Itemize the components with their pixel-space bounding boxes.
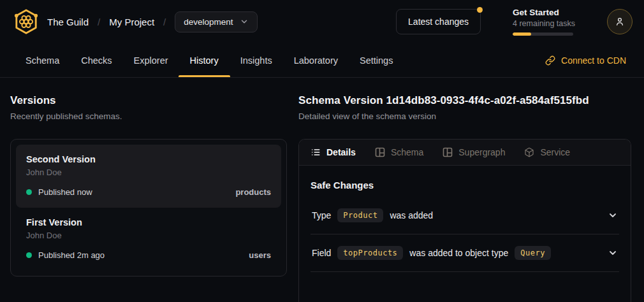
- get-started-subtitle: 4 remaining tasks: [513, 19, 575, 28]
- version-detail-panel: Schema Version 1d14db83-0933-4f4c-a02f-a…: [298, 94, 631, 302]
- change-row[interactable]: Type Product was added: [311, 197, 619, 234]
- brand: The Guild / My Project / development: [14, 8, 258, 35]
- tab-insights[interactable]: Insights: [240, 43, 272, 77]
- tab-checks[interactable]: Checks: [81, 43, 112, 77]
- user-avatar[interactable]: [607, 9, 633, 34]
- change-code: topProducts: [337, 246, 403, 260]
- change-text: was added: [390, 210, 433, 220]
- change-row[interactable]: Field topProducts was added to object ty…: [311, 234, 619, 272]
- version-published: Published now: [26, 187, 92, 197]
- version-meta-row: Published now products: [26, 187, 271, 197]
- service-name: users: [249, 250, 271, 260]
- published-status-dot: [26, 252, 32, 258]
- published-label: Published now: [38, 187, 92, 197]
- project-nav: Schema Checks Explorer History Insights …: [0, 43, 644, 78]
- detail-tabs: Details Schema: [299, 140, 631, 166]
- version-published: Published 2m ago: [26, 250, 105, 260]
- versions-panel: Versions Recently published schemas. Sec…: [10, 94, 287, 302]
- get-started-title: Get Started: [513, 8, 575, 17]
- chevron-down-icon: [240, 17, 249, 26]
- version-author: John Doe: [26, 168, 271, 177]
- detail-title: Schema Version 1d14db83-0933-4f4c-a02f-a…: [298, 94, 631, 107]
- main-content: Versions Recently published schemas. Sec…: [0, 78, 644, 302]
- published-label: Published 2m ago: [38, 250, 105, 260]
- versions-subtitle: Recently published schemas.: [10, 111, 287, 121]
- breadcrumb-separator: /: [98, 17, 100, 27]
- version-detail-box: Details Schema: [298, 139, 631, 302]
- link-icon: [545, 55, 555, 66]
- chevron-down-icon[interactable]: [608, 210, 618, 220]
- detail-subtitle: Detailed view of the schema version: [298, 111, 631, 121]
- published-status-dot: [26, 189, 32, 195]
- version-list-item[interactable]: Second Version John Doe Published now pr…: [16, 145, 281, 208]
- tab-history[interactable]: History: [190, 43, 219, 77]
- safe-changes-title: Safe Changes: [311, 180, 619, 191]
- change-code: Product: [337, 208, 383, 222]
- version-name: Second Version: [26, 154, 271, 164]
- get-started-progress-fill: [513, 32, 531, 36]
- tab-explorer[interactable]: Explorer: [134, 43, 168, 77]
- tab-laboratory[interactable]: Laboratory: [294, 43, 338, 77]
- versions-title: Versions: [10, 94, 287, 107]
- target-selector[interactable]: development: [175, 11, 257, 32]
- version-meta-row: Published 2m ago users: [26, 250, 271, 260]
- change-code: Query: [515, 246, 551, 260]
- user-icon: [614, 16, 626, 27]
- detail-content: Safe Changes Type Product was added Fiel…: [299, 166, 631, 272]
- get-started-widget[interactable]: Get Started 4 remaining tasks: [513, 8, 575, 36]
- versions-list: Second Version John Doe Published now pr…: [10, 139, 287, 277]
- app-header: The Guild / My Project / development Lat…: [0, 0, 644, 43]
- tab-details-label: Details: [326, 147, 356, 157]
- breadcrumb-project[interactable]: My Project: [109, 17, 154, 27]
- tab-supergraph[interactable]: Supergraph: [443, 147, 505, 157]
- connect-to-cdn-link[interactable]: Connect to CDN: [545, 55, 626, 66]
- connect-to-cdn-label: Connect to CDN: [561, 55, 626, 66]
- notification-dot: [477, 7, 483, 13]
- version-author: John Doe: [26, 231, 271, 240]
- tab-service-label: Service: [540, 147, 570, 157]
- tab-service[interactable]: Service: [524, 147, 570, 157]
- columns-icon: [443, 147, 453, 157]
- tab-schema[interactable]: Schema: [26, 43, 59, 77]
- tab-details[interactable]: Details: [311, 147, 356, 157]
- version-list-item[interactable]: First Version John Doe Published 2m ago …: [16, 208, 281, 271]
- nav-tabs: Schema Checks Explorer History Insights …: [26, 43, 393, 77]
- chevron-down-icon[interactable]: [608, 248, 618, 258]
- breadcrumb: The Guild / My Project / development: [47, 11, 258, 32]
- guild-logo-icon[interactable]: [14, 8, 38, 35]
- latest-changes-label: Latest changes: [408, 17, 469, 27]
- get-started-progressbar: [513, 32, 573, 36]
- breadcrumb-separator: /: [163, 17, 166, 27]
- change-text: was added to object type: [409, 248, 508, 258]
- tab-schema-view-label: Schema: [391, 147, 423, 157]
- breadcrumb-org[interactable]: The Guild: [47, 17, 89, 27]
- tab-settings[interactable]: Settings: [360, 43, 393, 77]
- latest-changes-button[interactable]: Latest changes: [396, 9, 481, 34]
- tab-schema-view[interactable]: Schema: [375, 147, 423, 157]
- columns-icon: [375, 147, 385, 157]
- tab-supergraph-label: Supergraph: [458, 147, 505, 157]
- cube-icon: [524, 147, 534, 157]
- change-text: Field: [312, 248, 331, 258]
- header-right: Latest changes Get Started 4 remaining t…: [396, 8, 633, 36]
- service-name: products: [235, 187, 271, 197]
- version-name: First Version: [26, 217, 271, 227]
- change-text: Type: [312, 210, 331, 220]
- target-selector-value: development: [184, 17, 233, 27]
- list-icon: [311, 147, 321, 157]
